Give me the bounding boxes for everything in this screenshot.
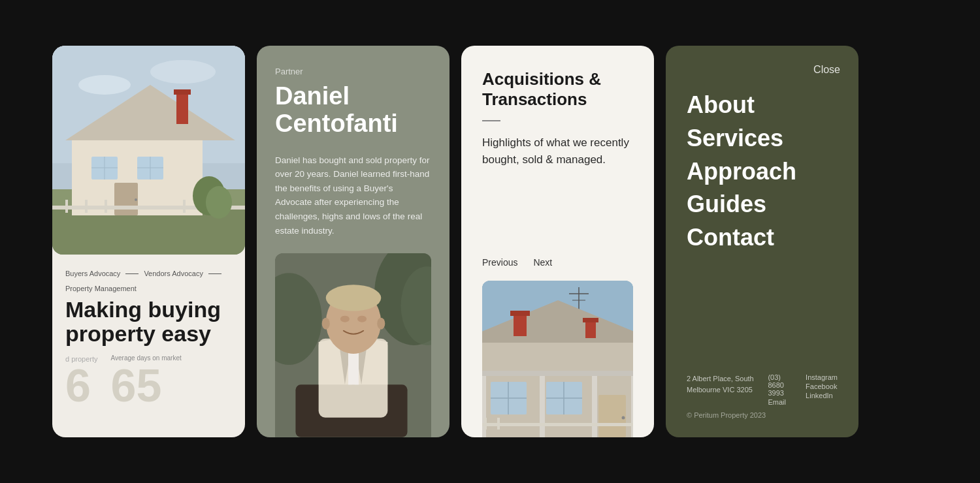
menu-copyright: © Peritum Property 2023 (687, 411, 838, 419)
acq-divider (482, 120, 500, 121)
tag-divider-2 (208, 273, 221, 274)
acq-description: Highlights of what we recently bought, s… (482, 134, 633, 168)
stats-row: d property 6 Average days on market 65 (65, 354, 232, 409)
menu-address: 2 Albert Place, South Melbourne VIC 3205 (687, 373, 755, 406)
menu-item-contact[interactable]: Contact (687, 223, 838, 253)
menu-facebook[interactable]: Facebook (806, 382, 838, 390)
svg-rect-9 (174, 89, 191, 95)
svg-point-42 (322, 318, 330, 330)
svg-point-41 (357, 316, 367, 322)
svg-rect-67 (497, 418, 500, 429)
menu-item-services[interactable]: Services (687, 123, 838, 154)
stat-1-number: 6 (65, 363, 98, 409)
menu-email[interactable]: Email (768, 398, 792, 406)
svg-rect-16 (114, 183, 138, 215)
card-1-content: Buyers Advocacy Vendors Advocacy Propert… (52, 255, 245, 437)
svg-point-26 (206, 186, 232, 219)
menu-address-row: 2 Albert Place, South Melbourne VIC 3205… (687, 373, 838, 406)
menu-item-guides[interactable]: Guides (687, 189, 838, 220)
tag-divider-1 (125, 273, 139, 274)
menu-social-col: Instagram Facebook LinkedIn (806, 373, 838, 406)
svg-rect-22 (183, 200, 186, 213)
next-button[interactable]: Next (533, 257, 552, 268)
acq-house-image (482, 281, 633, 437)
menu-contact-col: (03) 8680 3993 Email (768, 373, 792, 406)
menu-phone[interactable]: (03) 8680 3993 (768, 373, 792, 397)
svg-point-40 (340, 316, 350, 322)
previous-button[interactable]: Previous (482, 257, 517, 268)
cards-container: Buyers Advocacy Vendors Advocacy Propert… (0, 0, 980, 483)
acq-nav: Previous Next (482, 244, 633, 281)
card-partner: Partner Daniel Centofanti Daniel has bou… (257, 46, 449, 437)
partner-bio: Daniel has bought and sold property for … (275, 153, 431, 238)
svg-rect-55 (482, 371, 633, 376)
menu-linkedin[interactable]: LinkedIn (806, 392, 838, 399)
menu-instagram[interactable]: Instagram (806, 373, 838, 381)
tags-row: Buyers Advocacy Vendors Advocacy Propert… (65, 268, 232, 292)
svg-rect-66 (484, 418, 487, 429)
menu-footer: 2 Albert Place, South Melbourne VIC 3205… (687, 373, 838, 419)
svg-rect-21 (105, 200, 107, 213)
svg-rect-64 (482, 423, 633, 426)
svg-rect-54 (631, 372, 633, 437)
svg-point-63 (622, 416, 625, 420)
svg-rect-52 (540, 372, 545, 437)
partner-image (275, 253, 431, 437)
svg-point-2 (78, 75, 131, 95)
menu-item-about[interactable]: About (687, 90, 838, 121)
svg-rect-19 (65, 200, 68, 213)
stat-1: d property 6 (65, 355, 98, 409)
svg-rect-69 (510, 311, 530, 316)
card-1-title: Making buying property easy (65, 298, 232, 347)
house-image-1 (52, 46, 245, 255)
svg-rect-71 (583, 318, 598, 322)
partner-name: Daniel Centofanti (275, 83, 431, 138)
tag-buyers: Buyers Advocacy (65, 270, 120, 277)
svg-point-17 (135, 198, 137, 201)
acq-title: Acquisitions & Transactions (482, 69, 633, 110)
svg-rect-62 (598, 395, 626, 437)
svg-point-39 (326, 285, 382, 311)
svg-rect-53 (592, 372, 597, 437)
tag-vendors: Vendors Advocacy (144, 270, 203, 277)
tag-property: Property Management (65, 285, 137, 292)
card-acquisitions: Acquisitions & Transactions Highlights o… (461, 46, 654, 437)
partner-label: Partner (275, 67, 431, 76)
svg-rect-70 (585, 320, 596, 338)
svg-point-43 (377, 318, 385, 330)
stat-2-number: 65 (111, 363, 182, 409)
card-services: Buyers Advocacy Vendors Advocacy Propert… (52, 46, 245, 437)
menu-nav: About Services Approach Guides Contact (687, 90, 838, 253)
svg-point-3 (150, 60, 216, 84)
close-button[interactable]: Close (813, 64, 840, 76)
svg-rect-8 (176, 91, 188, 124)
menu-item-approach[interactable]: Approach (687, 157, 838, 187)
card-menu: Close About Services Approach Guides Con… (666, 46, 858, 437)
stat-2: Average days on market 65 (111, 354, 182, 409)
svg-rect-68 (514, 313, 527, 336)
svg-rect-20 (85, 200, 88, 213)
